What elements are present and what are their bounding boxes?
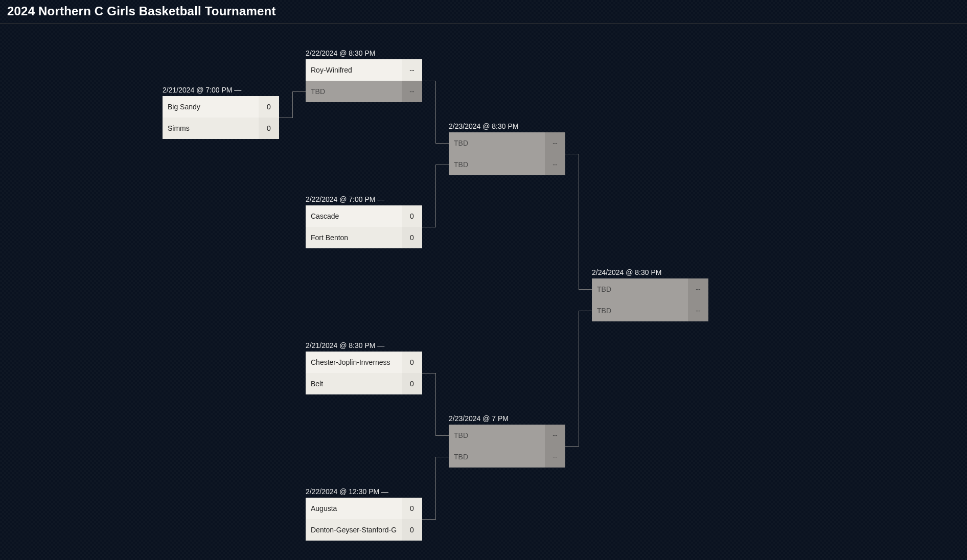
connector <box>435 81 436 144</box>
match-date: 2/21/2024 @ 7:00 PM — <box>163 86 279 94</box>
match-row: Big Sandy 0 <box>163 96 279 118</box>
team-score: 0 <box>402 373 422 394</box>
match-row: TBD -- <box>449 446 565 468</box>
match-row: TBD -- <box>449 425 565 446</box>
team-score: -- <box>545 446 565 468</box>
match-row: TBD -- <box>306 81 422 102</box>
connector <box>435 457 436 520</box>
connector <box>565 154 579 154</box>
match-row: Roy-Winifred -- <box>306 59 422 81</box>
match-row: TBD -- <box>449 154 565 175</box>
connector <box>435 373 436 436</box>
match-m2[interactable]: 2/22/2024 @ 8:30 PM Roy-Winifred -- TBD … <box>306 49 422 102</box>
team-score: 0 <box>402 205 422 227</box>
team-name: TBD <box>306 81 402 102</box>
team-name: TBD <box>449 425 545 446</box>
match-m4[interactable]: 2/23/2024 @ 8:30 PM TBD -- TBD -- <box>449 122 565 175</box>
match-date: 2/22/2024 @ 7:00 PM — <box>306 195 422 203</box>
connector <box>579 154 579 290</box>
page-title: 2024 Northern C Girls Basketball Tournam… <box>0 0 967 24</box>
connector <box>422 519 435 520</box>
match-date: 2/24/2024 @ 8:30 PM <box>592 268 708 276</box>
connector <box>435 165 436 227</box>
team-score: 0 <box>259 96 279 118</box>
team-score: 0 <box>402 352 422 373</box>
team-score: -- <box>545 425 565 446</box>
match-m1[interactable]: 2/21/2024 @ 7:00 PM — Big Sandy 0 Simms … <box>163 86 279 139</box>
match-row: Chester-Joplin-Inverness 0 <box>306 352 422 373</box>
connector <box>579 311 592 311</box>
match-date: 2/23/2024 @ 8:30 PM <box>449 122 565 130</box>
team-name: Cascade <box>306 205 402 227</box>
bracket-container: 2/21/2024 @ 7:00 PM — Big Sandy 0 Simms … <box>0 26 967 560</box>
connector <box>422 81 435 81</box>
team-name: Denton-Geyser-Stanford-G <box>306 519 402 541</box>
match-row: TBD -- <box>592 278 708 300</box>
match-box: TBD -- TBD -- <box>592 278 708 321</box>
team-score: 0 <box>402 519 422 541</box>
connector <box>422 227 435 227</box>
match-date: 2/21/2024 @ 8:30 PM — <box>306 341 422 349</box>
team-name: TBD <box>449 132 545 154</box>
team-score: -- <box>545 154 565 175</box>
team-name: TBD <box>449 154 545 175</box>
connector <box>435 165 449 165</box>
match-row: Augusta 0 <box>306 498 422 519</box>
match-box: Cascade 0 Fort Benton 0 <box>306 205 422 248</box>
connector <box>435 457 449 457</box>
match-row: TBD -- <box>449 132 565 154</box>
match-row: Fort Benton 0 <box>306 227 422 248</box>
connector <box>292 91 293 118</box>
connector <box>435 435 449 436</box>
match-box: Roy-Winifred -- TBD -- <box>306 59 422 102</box>
match-row: Cascade 0 <box>306 205 422 227</box>
match-m7[interactable]: 2/23/2024 @ 7 PM TBD -- TBD -- <box>449 414 565 468</box>
team-name: TBD <box>592 278 688 300</box>
match-date: 2/22/2024 @ 8:30 PM <box>306 49 422 57</box>
team-score: -- <box>688 300 708 321</box>
team-name: Roy-Winifred <box>306 59 402 81</box>
connector <box>292 91 306 92</box>
match-box: Big Sandy 0 Simms 0 <box>163 96 279 139</box>
match-row: Belt 0 <box>306 373 422 394</box>
connector <box>579 311 579 447</box>
team-score: -- <box>402 59 422 81</box>
team-score: -- <box>545 132 565 154</box>
team-name: Big Sandy <box>163 96 259 118</box>
connector <box>435 143 449 144</box>
team-score: 0 <box>402 227 422 248</box>
match-m8[interactable]: 2/24/2024 @ 8:30 PM TBD -- TBD -- <box>592 268 708 321</box>
team-name: Chester-Joplin-Inverness <box>306 352 402 373</box>
connector <box>579 289 592 290</box>
connector <box>279 118 292 118</box>
connector <box>565 446 579 447</box>
match-row: Denton-Geyser-Stanford-G 0 <box>306 519 422 541</box>
team-name: Fort Benton <box>306 227 402 248</box>
match-date: 2/22/2024 @ 12:30 PM — <box>306 487 422 496</box>
team-name: Simms <box>163 118 259 139</box>
match-m5[interactable]: 2/21/2024 @ 8:30 PM — Chester-Joplin-Inv… <box>306 341 422 394</box>
match-row: TBD -- <box>592 300 708 321</box>
team-name: Augusta <box>306 498 402 519</box>
match-m6[interactable]: 2/22/2024 @ 12:30 PM — Augusta 0 Denton-… <box>306 487 422 541</box>
team-score: -- <box>402 81 422 102</box>
team-score: 0 <box>259 118 279 139</box>
match-date: 2/23/2024 @ 7 PM <box>449 414 565 423</box>
team-name: Belt <box>306 373 402 394</box>
team-name: TBD <box>449 446 545 468</box>
match-box: Augusta 0 Denton-Geyser-Stanford-G 0 <box>306 498 422 541</box>
team-score: -- <box>688 278 708 300</box>
team-name: TBD <box>592 300 688 321</box>
match-m3[interactable]: 2/22/2024 @ 7:00 PM — Cascade 0 Fort Ben… <box>306 195 422 248</box>
connector <box>422 373 435 374</box>
match-row: Simms 0 <box>163 118 279 139</box>
match-box: TBD -- TBD -- <box>449 425 565 468</box>
team-score: 0 <box>402 498 422 519</box>
match-box: Chester-Joplin-Inverness 0 Belt 0 <box>306 352 422 394</box>
match-box: TBD -- TBD -- <box>449 132 565 175</box>
